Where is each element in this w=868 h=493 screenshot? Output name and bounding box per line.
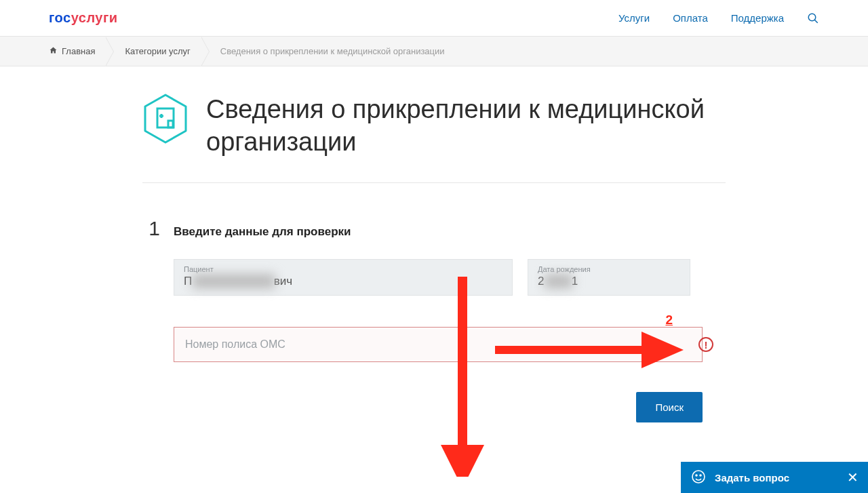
logo-text-right: услуги [71,10,118,25]
breadcrumb-categories-label: Категории услуг [125,46,190,56]
nav-services[interactable]: Услуги [618,12,650,24]
logo-text-left: гос [49,10,71,25]
oms-row: ! [174,327,726,362]
svg-point-11 [692,471,705,477]
dob-value: 2████1 [538,275,680,288]
divider [142,182,726,183]
dob-field: Дата рождения 2████1 [528,259,690,296]
breadcrumb-separator [106,37,114,66]
chat-close-icon[interactable]: ✕ [847,469,859,477]
nav-support[interactable]: Поддержка [731,12,784,24]
dob-masked: ████ [544,275,571,288]
svg-marker-2 [145,95,186,142]
oms-policy-input[interactable] [174,327,703,362]
step-title: Введите данные для проверки [174,225,351,239]
patient-prefix: П [184,275,192,288]
page-header: Сведения о прикреплении к медицинской ор… [142,94,726,158]
dob-suffix: 1 [572,275,578,288]
nav-payment[interactable]: Оплата [673,12,708,24]
svg-point-12 [696,475,697,476]
chat-widget[interactable]: Задать вопрос ✕ [681,462,868,477]
svg-line-1 [814,20,818,23]
patient-suffix: вич [274,275,292,288]
breadcrumb-separator [201,37,210,66]
patient-value: П████████████вич [184,275,502,288]
svg-rect-3 [157,109,174,127]
chat-label: Задать вопрос [715,472,789,477]
breadcrumb-home[interactable]: Главная [49,37,106,66]
search-button[interactable]: Поиск [636,392,703,422]
step-header: 1 Введите данные для проверки [142,217,726,240]
svg-point-0 [808,14,816,21]
main-content: Сведения о прикреплении к медицинской ор… [129,66,739,477]
dob-label: Дата рождения [538,265,680,273]
annotation-arrow-1 [435,277,490,477]
chat-bubble-icon [690,469,707,477]
dob-prefix: 2 [538,275,544,288]
patient-field: Пациент П████████████вич [174,259,513,296]
service-hex-icon [142,94,189,144]
annotation-number-2: 2 [665,313,673,328]
search-icon[interactable] [807,12,819,24]
step-number: 1 [142,217,160,240]
breadcrumb-current: Сведения о прикреплении к медицинской ор… [210,37,456,66]
page-title: Сведения о прикреплении к медицинской ор… [206,94,726,158]
breadcrumb-categories[interactable]: Категории услуг [114,37,201,66]
patient-label: Пациент [184,265,502,273]
logo[interactable]: госуслуги [49,10,118,26]
breadcrumb-current-label: Сведения о прикреплении к медицинской ор… [220,46,445,56]
patient-masked: ████████████ [192,275,274,288]
primary-nav: Услуги Оплата Поддержка [618,12,819,24]
breadcrumb: Главная Категории услуг Сведения о прикр… [0,37,868,66]
error-icon: ! [698,337,713,352]
home-icon [49,46,58,56]
submit-row: Поиск [174,392,703,422]
top-navigation: госуслуги Услуги Оплата Поддержка [0,0,868,37]
form-area: 1 Пациент П████████████вич Дата рождения… [142,259,726,422]
readonly-fields-row: Пациент П████████████вич Дата рождения 2… [174,259,726,296]
svg-point-13 [700,475,701,476]
svg-rect-6 [168,121,173,127]
svg-marker-8 [441,445,484,477]
breadcrumb-home-label: Главная [62,46,95,56]
